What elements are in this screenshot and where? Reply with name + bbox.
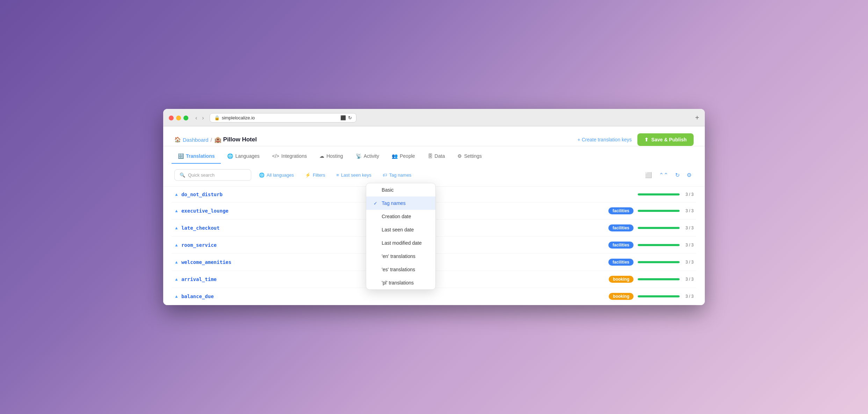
progress-count: 3 / 3 [684, 260, 694, 265]
tab-data[interactable]: 🗄 Data [421, 149, 451, 164]
expand-icon[interactable]: ▲ [174, 226, 179, 230]
dropdown-item-basic-label: Basic [382, 187, 393, 193]
dropdown-item-es-translations-label: 'es' translations [382, 267, 415, 272]
nav-tabs: 🔡 Translations 🌐 Languages </> Integrati… [163, 149, 705, 164]
tag-icon: 🏷 [383, 172, 387, 178]
filters-button[interactable]: ⚡ Filters [302, 170, 328, 180]
settings-columns-button[interactable]: ⚙ [685, 170, 694, 180]
dropdown-item-last-modified-date-label: Last modified date [382, 240, 421, 246]
progress-bar-fill [638, 261, 680, 263]
tab-settings[interactable]: ⚙ Settings [451, 149, 488, 164]
lock-icon: 🔒 [214, 115, 220, 120]
integrations-icon: </> [272, 153, 279, 159]
list-icon: ≡ [336, 172, 339, 178]
check-icon: ✓ [372, 201, 378, 206]
app-content: 🏠 Dashboard / 🏨 Pillow Hotel + Create tr… [163, 126, 705, 305]
dropdown-item-basic[interactable]: ✓ Basic [366, 183, 435, 197]
all-languages-button[interactable]: 🌐 All languages [255, 170, 297, 180]
reload-icon[interactable]: ↻ [348, 115, 352, 120]
dropdown-item-en-translations[interactable]: ✓ 'en' translations [366, 250, 435, 263]
tab-languages[interactable]: 🌐 Languages [221, 149, 266, 164]
progress-count: 3 / 3 [684, 243, 694, 247]
translations-icon: 🔡 [178, 153, 184, 159]
dropdown-item-tag-names[interactable]: ✓ Tag names [366, 197, 435, 210]
tab-translations-label: Translations [186, 153, 215, 159]
people-icon: 👥 [392, 153, 398, 159]
minimize-button[interactable] [176, 116, 181, 120]
breadcrumb-dashboard-label: Dashboard [183, 137, 208, 143]
breadcrumb-separator: / [210, 137, 212, 143]
progress-bar-container [638, 278, 680, 280]
tab-hosting[interactable]: ☁ Hosting [313, 149, 349, 164]
expand-icon[interactable]: ▲ [174, 260, 179, 265]
home-icon: 🏠 [174, 136, 181, 143]
row-right: facilities 3 / 3 [608, 207, 694, 214]
tab-integrations-label: Integrations [281, 153, 307, 159]
progress-count: 3 / 3 [684, 208, 694, 213]
expand-icon[interactable]: ▲ [174, 243, 179, 247]
maximize-button[interactable] [183, 116, 188, 120]
all-languages-label: All languages [267, 172, 294, 178]
tab-settings-label: Settings [464, 153, 482, 159]
back-button[interactable]: ‹ [194, 114, 198, 122]
dropdown-item-es-translations[interactable]: ✓ 'es' translations [366, 263, 435, 276]
progress-bar-fill [638, 227, 680, 229]
browser-window: ‹ › 🔒 simplelocalize.io ⬛ ↻ + 🏠 Dashboar… [163, 109, 705, 305]
dropdown-item-last-modified-date[interactable]: ✓ Last modified date [366, 236, 435, 250]
traffic-lights [169, 116, 188, 120]
address-bar-icons: ⬛ ↻ [340, 115, 352, 120]
address-bar[interactable]: 🔒 simplelocalize.io ⬛ ↻ [210, 113, 356, 123]
filter-icon: ⚡ [305, 172, 311, 178]
progress-bar-container [638, 261, 680, 263]
progress-bar-container [638, 295, 680, 297]
row-right: facilities 3 / 3 [608, 259, 694, 266]
row-right: 3 / 3 [638, 192, 694, 197]
forward-button[interactable]: › [201, 114, 205, 122]
expand-icon[interactable]: ▲ [174, 294, 179, 299]
save-publish-button[interactable]: ⬆ Save & Publish [637, 133, 694, 146]
new-tab-button[interactable]: + [695, 114, 699, 122]
tag-badge: booking [609, 276, 634, 283]
tag-badge: facilities [608, 224, 634, 231]
tab-translations[interactable]: 🔡 Translations [172, 149, 221, 164]
toolbar-right: ⬜ ⌃⌃ ↻ ⚙ [643, 170, 694, 180]
settings-icon: ⚙ [457, 153, 462, 159]
dropdown-item-creation-date[interactable]: ✓ Creation date [366, 210, 435, 223]
expand-icon[interactable]: ▲ [174, 277, 179, 282]
expand-all-button[interactable]: ⬜ [643, 170, 654, 180]
dropdown-item-pl-translations-label: 'pl' translations [382, 280, 414, 286]
tab-people[interactable]: 👥 People [385, 149, 421, 164]
tab-people-label: People [400, 153, 415, 159]
table-row: ▲ balance_due booking 3 / 3 [172, 288, 696, 305]
close-button[interactable] [169, 116, 174, 120]
tab-activity[interactable]: 📡 Activity [349, 149, 385, 164]
breadcrumb-dashboard[interactable]: 🏠 Dashboard [174, 136, 208, 143]
expand-icon[interactable]: ▲ [174, 192, 179, 197]
tab-integrations[interactable]: </> Integrations [266, 149, 313, 164]
upload-icon: ⬆ [644, 137, 649, 142]
search-input[interactable]: 🔍 Quick search [174, 169, 251, 181]
tag-names-button[interactable]: 🏷 Tag names ✓ Basic ✓ Tag names ✓ Creati… [379, 170, 415, 180]
nav-buttons: ‹ › [194, 114, 205, 122]
collapse-all-button[interactable]: ⌃⌃ [657, 170, 670, 180]
languages-icon: 🌐 [227, 153, 233, 159]
tab-data-label: Data [435, 153, 445, 159]
progress-count: 3 / 3 [684, 294, 694, 299]
translation-key[interactable]: balance_due [181, 294, 609, 299]
last-seen-keys-button[interactable]: ≡ Last seen keys [333, 170, 375, 180]
create-translation-keys-button[interactable]: + Create translation keys [578, 137, 632, 142]
translate-icon: ⬛ [340, 115, 346, 120]
project-icon: 🏨 [214, 136, 222, 143]
breadcrumb-project[interactable]: 🏨 Pillow Hotel [214, 136, 257, 143]
dropdown-item-pl-translations[interactable]: ✓ 'pl' translations [366, 276, 435, 289]
dropdown-item-last-seen-date-label: Last seen date [382, 227, 414, 232]
row-right: facilities 3 / 3 [608, 224, 694, 231]
progress-bar-fill [638, 210, 680, 212]
search-icon: 🔍 [180, 172, 185, 178]
refresh-button[interactable]: ↻ [673, 170, 682, 180]
filters-label: Filters [313, 172, 325, 178]
dropdown-item-last-seen-date[interactable]: ✓ Last seen date [366, 223, 435, 236]
tab-languages-label: Languages [235, 153, 259, 159]
tag-names-label: Tag names [389, 172, 412, 178]
expand-icon[interactable]: ▲ [174, 208, 179, 213]
